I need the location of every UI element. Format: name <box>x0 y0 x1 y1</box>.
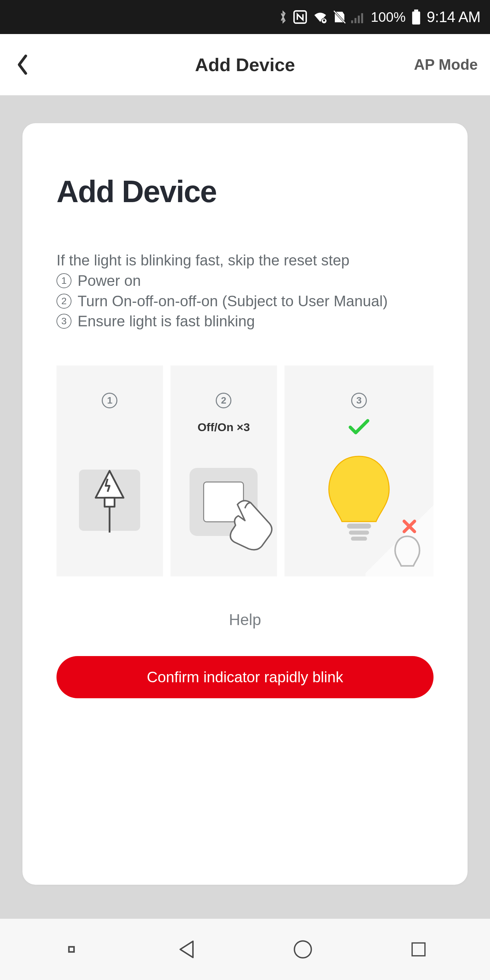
checkmark-icon <box>348 418 370 436</box>
bluetooth-icon <box>278 10 288 24</box>
nfc-icon <box>293 10 308 24</box>
back-button[interactable] <box>12 54 33 75</box>
page-title: Add Device <box>195 54 295 75</box>
svg-rect-9 <box>361 13 363 23</box>
svg-rect-20 <box>412 943 425 956</box>
nav-recent-icon <box>409 940 428 959</box>
nav-recent-button[interactable] <box>385 940 453 959</box>
hand-pointer-icon <box>224 495 277 556</box>
nav-recent-small[interactable] <box>37 945 105 953</box>
content-area: Add Device If the light is blinking fast… <box>0 95 490 919</box>
panel-3-blinking: 3 <box>285 366 434 576</box>
svg-rect-18 <box>69 947 74 952</box>
battery-icon <box>411 10 421 24</box>
clock-time: 9:14 AM <box>427 8 480 25</box>
panel-1-power-on: 1 <box>56 366 163 576</box>
step-3-number: 3 <box>56 314 72 329</box>
panel-3-badge: 3 <box>351 393 367 408</box>
svg-rect-8 <box>358 16 360 23</box>
lightbulb-off-icon <box>392 534 423 576</box>
confirm-button[interactable]: Confirm indicator rapidly blink <box>56 656 434 698</box>
battery-percent: 100% <box>371 10 406 25</box>
instructions-text: If the light is blinking fast, skip the … <box>56 250 434 331</box>
panel-1-badge: 1 <box>102 393 118 408</box>
wifi-icon <box>312 10 328 24</box>
ap-mode-button[interactable]: AP Mode <box>414 56 478 73</box>
svg-rect-3 <box>323 19 325 21</box>
plug-outlet-icon <box>79 469 140 531</box>
instructions-intro: If the light is blinking fast, skip the … <box>56 250 434 270</box>
nav-home-button[interactable] <box>269 939 337 960</box>
x-mark-icon <box>401 519 417 536</box>
svg-rect-7 <box>355 18 356 23</box>
no-sim-icon <box>333 10 347 24</box>
step-2-number: 2 <box>56 294 72 309</box>
chevron-left-icon <box>16 54 29 76</box>
svg-rect-13 <box>105 498 115 507</box>
step-2-text: Turn On-off-on-off-on (Subject to User M… <box>78 291 388 311</box>
nav-back-icon <box>176 938 199 961</box>
nav-back-button[interactable] <box>153 938 221 961</box>
illustration-panels: 1 2 Off/On ×3 <box>56 366 434 576</box>
panel-2-toggle: 2 Off/On ×3 <box>170 366 277 576</box>
step-1-number: 1 <box>56 273 72 288</box>
card-title: Add Device <box>56 174 434 209</box>
step-3-text: Ensure light is fast blinking <box>78 311 255 331</box>
nav-home-icon <box>292 939 313 960</box>
status-icons-group <box>278 10 366 24</box>
signal-icon <box>351 11 366 24</box>
system-status-bar: 100% 9:14 AM <box>0 0 490 34</box>
svg-rect-11 <box>412 11 420 24</box>
step-1-text: Power on <box>78 270 141 291</box>
help-link[interactable]: Help <box>56 611 434 629</box>
svg-rect-6 <box>351 21 353 23</box>
svg-rect-17 <box>351 537 367 541</box>
add-device-card: Add Device If the light is blinking fast… <box>22 123 468 885</box>
svg-point-19 <box>294 941 311 958</box>
panel-2-badge: 2 <box>216 393 231 408</box>
wall-switch-icon <box>189 468 258 536</box>
panel-2-subtitle: Off/On ×3 <box>197 421 250 434</box>
app-header: Add Device AP Mode <box>0 34 490 95</box>
system-nav-bar <box>0 919 490 980</box>
svg-rect-12 <box>414 10 418 11</box>
